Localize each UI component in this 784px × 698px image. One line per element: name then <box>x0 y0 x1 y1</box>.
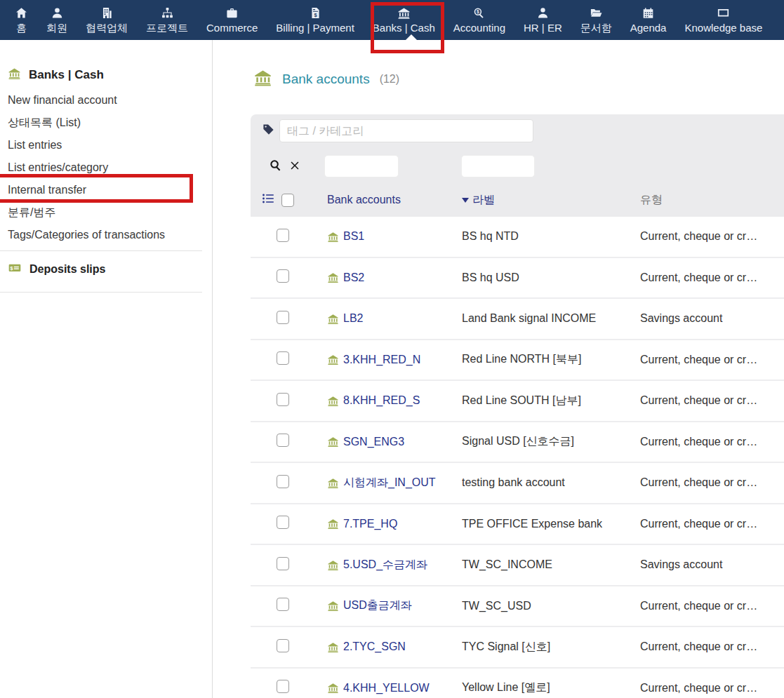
bank-account-link[interactable]: 2.TYC_SGN <box>343 640 406 653</box>
bank-icon <box>327 600 339 612</box>
row-checkbox[interactable] <box>277 475 289 488</box>
sidebar-item-list-entries[interactable]: List entries <box>0 134 212 156</box>
nav-item-home[interactable]: 홈 <box>6 6 37 35</box>
row-checkbox[interactable] <box>277 311 289 324</box>
nav-item-label: Banks | Cash <box>373 22 435 34</box>
bank-icon <box>8 67 21 83</box>
deposits-slips-label: Deposits slips <box>29 263 105 276</box>
row-type: Current, cheque or cr… <box>640 230 784 243</box>
sidebar-item-internal-transfer[interactable]: Internal transfer <box>0 179 212 201</box>
list-ul-icon[interactable] <box>261 192 275 208</box>
nav-item-commerce[interactable]: Commerce <box>197 6 267 34</box>
table-row: 4.KHH_YELLOWYellow Line [옐로]Current, che… <box>251 669 784 698</box>
nav-item-partners[interactable]: 협력업체 <box>77 6 137 35</box>
row-label: BS hq USD <box>462 271 640 284</box>
sidebar-divider <box>0 292 202 293</box>
tag-category-input[interactable] <box>279 119 533 142</box>
nav-item-label: Knowledge base <box>684 22 762 34</box>
nav-item-projects[interactable]: 프로젝트 <box>137 6 197 35</box>
bank-account-link[interactable]: 시험계좌_IN_OUT <box>343 476 436 490</box>
invoice-dollar-icon: $ <box>309 6 322 20</box>
sidebar-item-classification[interactable]: 분류/범주 <box>0 201 212 224</box>
nav-item-label: Commerce <box>206 22 258 34</box>
bank-icon <box>327 477 339 489</box>
nav-item-agenda[interactable]: Agenda <box>621 6 676 34</box>
column-header-bank-accounts[interactable]: Bank accounts <box>327 194 462 206</box>
bank-icon <box>327 231 339 243</box>
row-label: TYC Signal [신호] <box>462 640 640 655</box>
bank-account-link[interactable]: 8.KHH_RED_S <box>343 394 420 407</box>
table-row: SGN_ENG3Signal USD [신호수금]Current, cheque… <box>251 422 784 464</box>
row-type: Current, cheque or cr… <box>640 600 784 612</box>
sort-caret-icon <box>462 198 469 203</box>
bank-account-link[interactable]: LB2 <box>343 312 363 325</box>
nav-item-documents[interactable]: 문서함 <box>571 6 621 35</box>
bank-icon <box>253 68 272 90</box>
app-window: 홈회원협력업체프로젝트Commerce$Billing | PaymentBan… <box>0 0 784 698</box>
nav-item-knowledge-base[interactable]: Knowledge base <box>675 6 771 34</box>
row-label: Red Line NORTH [북부] <box>462 352 640 367</box>
select-all-checkbox[interactable] <box>281 194 294 207</box>
row-label: BS hq NTD <box>462 230 640 243</box>
label-filter-input[interactable] <box>461 155 535 177</box>
sidebar-item-tags-categories-transactions[interactable]: Tags/Categories of transactions <box>0 224 212 246</box>
bank-icon <box>327 271 339 283</box>
sidebar-header-banks-cash[interactable]: Banks | Cash <box>0 65 212 85</box>
sidebar-item-list-entries-category[interactable]: List entries/category <box>0 156 212 179</box>
search-button[interactable] <box>269 159 282 174</box>
clear-filters-button[interactable] <box>290 161 300 173</box>
building-icon <box>100 6 114 20</box>
row-checkbox[interactable] <box>277 557 289 570</box>
bank-account-link[interactable]: USD출금계좌 <box>343 598 412 613</box>
sidebar-item-status-list[interactable]: 상태목록 (List) <box>0 112 212 134</box>
nav-item-hr-er[interactable]: HR | ER <box>514 6 571 34</box>
page-title-label: Bank accounts <box>282 72 370 87</box>
row-checkbox[interactable] <box>277 434 289 447</box>
nav-item-billing-payment[interactable]: $Billing | Payment <box>267 6 363 34</box>
row-type: Current, cheque or cr… <box>640 476 784 489</box>
nav-item-members[interactable]: 회원 <box>37 6 77 35</box>
bank-icon <box>327 641 339 653</box>
row-checkbox[interactable] <box>277 516 289 529</box>
bank-icon <box>327 518 339 530</box>
bank-account-link[interactable]: 7.TPE_HQ <box>343 518 397 530</box>
search-row <box>251 155 784 177</box>
bank-accounts-filter-input[interactable] <box>324 155 399 177</box>
folder-open-icon <box>590 6 603 20</box>
home-icon <box>15 6 28 20</box>
bank-account-link[interactable]: SGN_ENG3 <box>343 436 404 448</box>
nav-item-accounting[interactable]: $Accounting <box>444 6 514 34</box>
money-check-icon: $ <box>8 261 22 278</box>
nav-item-banks-cash[interactable]: Banks | Cash <box>364 6 444 34</box>
row-checkbox[interactable] <box>277 598 289 611</box>
row-type: Current, cheque or cr… <box>640 271 784 284</box>
column-header-label[interactable]: 라벨 <box>462 193 640 208</box>
row-checkbox[interactable] <box>277 393 289 406</box>
row-checkbox[interactable] <box>277 680 289 693</box>
row-label: Yellow Line [옐로] <box>462 680 640 695</box>
row-checkbox[interactable] <box>277 229 289 242</box>
calendar-icon <box>642 6 655 20</box>
bank-account-link[interactable]: BS2 <box>343 271 364 284</box>
table-row: 7.TPE_HQTPE OFFICE Expense bankCurrent, … <box>251 504 784 546</box>
sidebar-item-deposits-slips[interactable]: $ Deposits slips <box>0 251 212 288</box>
row-label: TW_SC_INCOME <box>462 558 640 571</box>
briefcase-icon <box>225 6 239 20</box>
row-label: TW_SC_USD <box>462 600 640 612</box>
search-dollar-icon: $ <box>472 6 486 20</box>
row-type: Current, cheque or cr… <box>640 682 784 694</box>
bank-account-link[interactable]: 4.KHH_YELLOW <box>343 682 430 694</box>
filter-panel: Bank accounts 라벨 유형 <box>251 114 784 217</box>
row-checkbox[interactable] <box>277 639 289 652</box>
row-checkbox[interactable] <box>277 351 289 365</box>
row-checkbox[interactable] <box>277 269 289 283</box>
sidebar-item-new-financial-account[interactable]: New financial account <box>0 89 212 112</box>
table-row: 2.TYC_SGNTYC Signal [신호]Current, cheque … <box>251 627 784 669</box>
bank-account-link[interactable]: 3.KHH_RED_N <box>343 354 420 366</box>
bank-account-link[interactable]: BS1 <box>343 230 364 243</box>
bank-account-link[interactable]: 5.USD_수금계좌 <box>343 558 427 572</box>
page-title: Bank accounts (12) <box>253 68 399 90</box>
table-row: 5.USD_수금계좌TW_SC_INCOMESavings account <box>251 545 784 586</box>
svg-text:$: $ <box>11 266 13 271</box>
row-label: Red Line SOUTH [남부] <box>462 394 640 408</box>
